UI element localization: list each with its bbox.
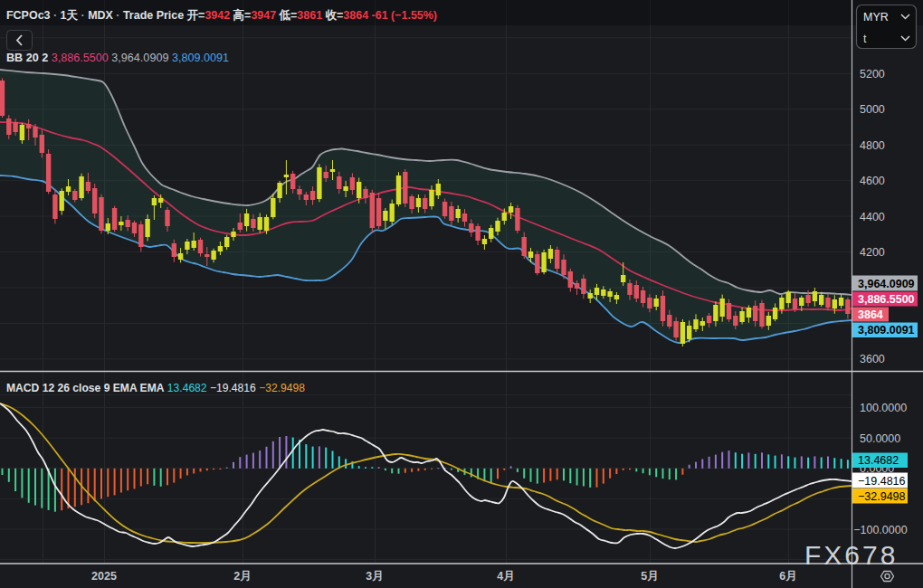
svg-text:4月: 4月 bbox=[497, 570, 514, 583]
svg-text:MACD 12 26 close 9 EMA EMA 13: MACD 12 26 close 9 EMA EMA 13.4682 −19.4… bbox=[6, 382, 305, 394]
svg-text:BB 20 2 3,886.5500 3,964.090: BB 20 2 3,886.5500 3,964.0909 3,809.0091 bbox=[6, 52, 229, 64]
svg-text:−19.4816: −19.4816 bbox=[858, 475, 906, 488]
svg-text:5200: 5200 bbox=[860, 68, 885, 81]
svg-text:6月: 6月 bbox=[779, 570, 796, 583]
svg-text:FCPOc3 · 1天 · MDX · Trade Pric: FCPOc3 · 1天 · MDX · Trade Price 开=3942 高… bbox=[6, 8, 437, 22]
svg-text:4400: 4400 bbox=[860, 211, 885, 223]
svg-text:FX678: FX678 bbox=[804, 540, 898, 570]
svg-text:3,886.5500: 3,886.5500 bbox=[858, 293, 915, 306]
svg-text:2月: 2月 bbox=[233, 570, 251, 583]
svg-text:t: t bbox=[863, 33, 867, 45]
svg-text:3864: 3864 bbox=[858, 308, 883, 321]
svg-text:MYR: MYR bbox=[863, 11, 889, 24]
svg-text:3,809.0091: 3,809.0091 bbox=[858, 324, 915, 337]
svg-text:5000: 5000 bbox=[860, 103, 885, 116]
svg-text:100.0000: 100.0000 bbox=[860, 402, 907, 414]
svg-text:50.0000: 50.0000 bbox=[860, 432, 900, 445]
svg-text:13.4682: 13.4682 bbox=[858, 454, 899, 467]
svg-text:4200: 4200 bbox=[860, 246, 885, 259]
svg-text:3月: 3月 bbox=[366, 570, 383, 583]
svg-text:5月: 5月 bbox=[641, 570, 658, 583]
svg-text:3,964.0909: 3,964.0909 bbox=[858, 278, 915, 290]
svg-text:4800: 4800 bbox=[860, 139, 885, 152]
svg-text:3600: 3600 bbox=[860, 353, 885, 365]
svg-text:2025: 2025 bbox=[91, 570, 117, 583]
svg-text:−32.9498: −32.9498 bbox=[858, 490, 906, 503]
svg-text:4600: 4600 bbox=[860, 175, 885, 187]
svg-text:−100.0000: −100.0000 bbox=[853, 524, 907, 536]
